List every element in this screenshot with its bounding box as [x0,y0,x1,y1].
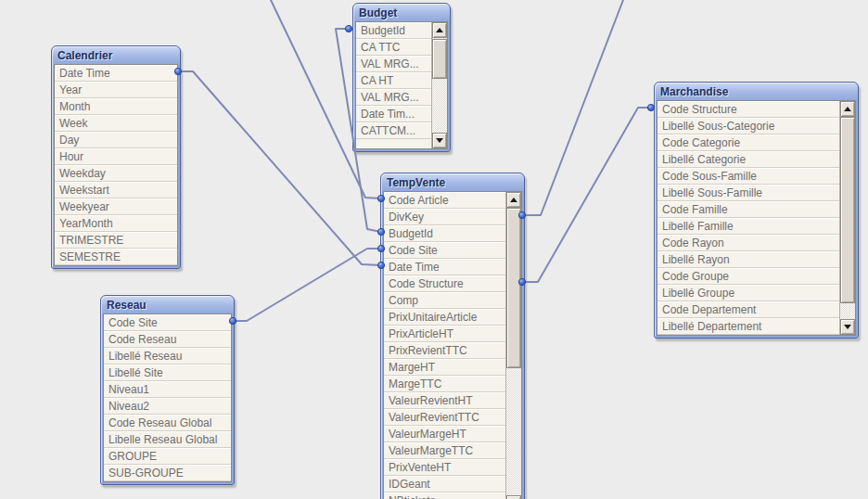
field-row[interactable]: Code Reseau Global [104,415,231,431]
field-row[interactable]: DivKey [384,209,506,225]
table-window-tempvente[interactable]: TempVenteCode ArticleDivKeyBudgetIdCode … [380,173,525,499]
table-window-marchandise[interactable]: MarchandiseCode StructureLibellé Sous-Ca… [654,82,859,339]
relation-line-marchandise-codestructure-to-tempvente-codestructure [522,108,651,282]
field-rows: Code StructureLibellé Sous-CategorieCode… [657,101,840,335]
field-row[interactable]: MargeTTC [384,376,506,392]
field-row[interactable]: BudgetId [384,225,506,242]
field-row[interactable]: Date Time [55,65,177,82]
field-row[interactable]: Date Tim... [356,106,432,122]
field-row[interactable]: Weekstart [55,182,177,198]
field-row[interactable]: Weekyear [55,198,177,215]
scroll-down-button[interactable] [506,495,521,499]
triangle-down-icon [436,138,443,143]
field-row[interactable]: CA TTC [356,39,432,56]
vertical-scrollbar[interactable] [431,22,447,148]
field-row[interactable]: Code Groupe [657,268,840,285]
table-caption[interactable]: Marchandise [657,83,856,100]
field-row[interactable]: YearMonth [55,215,177,232]
field-row[interactable]: Weekday [55,165,177,182]
field-list-body: BudgetIdCA TTCVAL MRG...CA HTVAL MRG...D… [355,21,448,149]
field-row[interactable]: Niveau2 [104,398,231,415]
table-window-budget[interactable]: BudgetBudgetIdCA TTCVAL MRG...CA HTVAL M… [352,3,451,152]
field-row[interactable]: ValeurRevientHT [384,392,506,409]
field-row[interactable]: Day [55,132,177,148]
field-row[interactable]: VAL MRG... [356,89,432,106]
field-row[interactable]: Niveau1 [104,381,231,398]
field-row[interactable]: Libelle Reseau Global [104,431,231,448]
field-row[interactable]: Year [55,82,177,98]
scroll-up-button[interactable] [840,101,855,117]
table-window-calendrier[interactable]: CalendrierDate TimeYearMonthWeekDayHourW… [51,45,181,269]
vertical-scrollbar[interactable] [505,192,521,499]
field-row[interactable]: VAL MRG... [356,56,432,72]
scroll-down-button[interactable] [432,133,447,148]
field-row[interactable]: Libellé Site [104,365,231,381]
field-row[interactable]: Code Article [384,192,506,209]
field-row[interactable]: Libellé Reseau [104,348,231,365]
field-row[interactable]: MargeHT [384,359,506,376]
field-list-body: Code ArticleDivKeyBudgetIdCode SiteDate … [383,191,522,499]
field-rows: BudgetIdCA TTCVAL MRG...CA HTVAL MRG...D… [356,22,432,139]
vertical-scrollbar[interactable] [839,101,855,335]
table-window-reseau[interactable]: ReseauCode SiteCode ReseauLibellé Reseau… [100,295,235,485]
field-row[interactable]: Code Structure [384,275,506,292]
field-row[interactable]: BudgetId [356,22,432,39]
field-row[interactable]: Libellé Sous-Categorie [657,118,840,134]
field-row[interactable]: Code Famille [657,201,840,218]
field-row[interactable]: Code Rayon [657,235,840,251]
field-row[interactable]: SEMESTRE [55,249,177,265]
field-row[interactable]: Code Reseau [104,331,231,348]
table-caption[interactable]: Budget [355,4,448,21]
field-row[interactable]: ValeurMargeTTC [384,442,506,459]
table-caption[interactable]: Calendrier [54,46,178,64]
field-row[interactable]: Libellé Categorie [657,151,840,168]
field-row[interactable]: CA HT [356,72,432,89]
field-row[interactable]: Code Categorie [657,134,840,151]
field-row[interactable]: Date Time [384,259,506,275]
field-rows: Date TimeYearMonthWeekDayHourWeekdayWeek… [55,65,177,265]
field-row[interactable]: ValeurRevientTTC [384,409,506,426]
field-row[interactable]: NBtickets [384,493,506,499]
triangle-up-icon [844,107,851,111]
field-row[interactable]: Code Departement [657,301,840,318]
field-list-body: Code SiteCode ReseauLibellé ReseauLibell… [103,313,232,482]
field-rows: Code SiteCode ReseauLibellé ReseauLibell… [104,314,231,481]
field-row[interactable]: GROUPE [104,448,231,465]
field-row[interactable]: PrixUnitaireArticle [384,309,506,326]
table-caption[interactable]: TempVente [383,173,522,191]
field-row[interactable]: IDGeant [384,476,506,493]
field-row[interactable]: Month [55,98,177,115]
relation-line-offscreen-to-tempvente-divkey [522,0,623,215]
field-row[interactable]: Libellé Famille [657,218,840,235]
scroll-up-button[interactable] [432,22,447,38]
scroll-up-button[interactable] [506,192,521,208]
field-row[interactable]: Code Structure [657,101,840,118]
field-row[interactable]: CATTCM... [356,122,432,139]
scroll-thumb[interactable] [506,208,521,368]
field-row[interactable]: Libellé Departement [657,318,840,335]
relation-line-calendrier-datetime-to-tempvente-datetime [178,71,381,265]
field-row[interactable]: Libellé Sous-Famille [657,185,840,201]
field-row[interactable]: Comp [384,292,506,309]
field-list-body: Date TimeYearMonthWeekDayHourWeekdayWeek… [54,64,178,266]
field-row[interactable]: PrixArticleHT [384,326,506,342]
connector-dot [345,25,351,32]
table-caption[interactable]: Reseau [103,296,232,313]
field-row[interactable]: Hour [55,148,177,165]
scroll-thumb[interactable] [840,117,855,303]
field-row[interactable]: Code Sous-Famille [657,168,840,185]
field-row[interactable]: PrixVenteHT [384,459,506,476]
field-row[interactable]: Libellé Rayon [657,251,840,268]
field-row[interactable]: TRIMESTRE [55,232,177,249]
field-row[interactable]: Week [55,115,177,132]
scroll-thumb[interactable] [432,39,447,79]
field-row[interactable]: Code Site [104,314,231,331]
triangle-up-icon [436,28,443,32]
triangle-down-icon [844,325,851,329]
scroll-down-button[interactable] [840,319,855,335]
field-row[interactable]: Libellé Groupe [657,285,840,301]
field-row[interactable]: PrixRevientTTC [384,342,506,359]
field-row[interactable]: ValeurMargeHT [384,426,506,442]
field-row[interactable]: Code Site [384,242,506,259]
field-row[interactable]: SUB-GROUPE [104,465,231,481]
